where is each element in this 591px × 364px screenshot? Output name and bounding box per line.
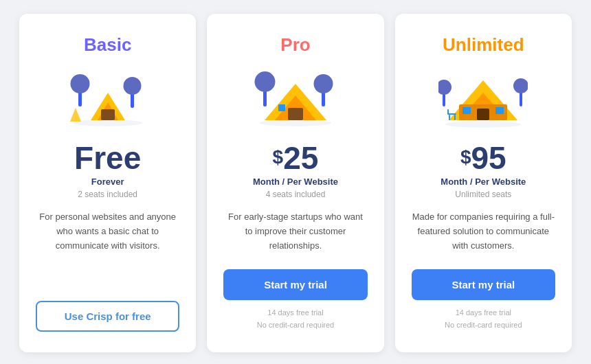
- plan-name-pro: Pro: [280, 34, 310, 56]
- svg-rect-32: [447, 109, 449, 115]
- svg-rect-5: [101, 109, 115, 120]
- svg-point-7: [123, 77, 141, 95]
- plan-description-pro: For early-stage startups who want to imp…: [223, 210, 367, 253]
- svg-rect-25: [462, 107, 471, 114]
- illustration-basic: [63, 67, 153, 128]
- plan-period-unlimited: Month / Per Website: [441, 177, 526, 187]
- svg-rect-29: [448, 113, 456, 115]
- use-crisp-free-button[interactable]: Use Crisp for free: [36, 301, 179, 332]
- svg-point-2: [70, 74, 89, 93]
- plan-description-basic: For personal websites and anyone who wan…: [36, 210, 179, 284]
- plan-seats-pro: 4 seats included: [266, 190, 326, 199]
- illustration-pro: [251, 67, 340, 128]
- trial-info-pro: 14 days free trialNo credit-card require…: [257, 307, 335, 331]
- plan-seats-basic: 2 seats included: [78, 190, 137, 199]
- pricing-card-unlimited: Unlimited $95: [395, 14, 572, 352]
- start-trial-unlimited-button[interactable]: Start my trial: [412, 269, 555, 300]
- plan-price-unlimited: $95: [460, 142, 506, 174]
- svg-point-28: [513, 78, 528, 93]
- plan-price-basic: Free: [74, 142, 141, 174]
- svg-point-9: [260, 120, 331, 126]
- svg-rect-15: [278, 104, 285, 111]
- plan-description-unlimited: Made for companies requiring a full-feat…: [412, 210, 555, 253]
- svg-point-17: [313, 74, 333, 93]
- plan-seats-unlimited: Unlimited seats: [455, 190, 511, 199]
- svg-rect-26: [495, 107, 504, 114]
- svg-point-11: [254, 71, 275, 92]
- plan-name-basic: Basic: [84, 34, 131, 56]
- start-trial-pro-button[interactable]: Start my trial: [223, 269, 367, 300]
- pricing-card-basic: Basic Free Forever 2 seats included For …: [19, 14, 196, 352]
- plan-period-pro: Month / Per Website: [253, 177, 338, 187]
- illustration-unlimited: [438, 67, 528, 128]
- svg-marker-8: [70, 108, 81, 122]
- plan-name-unlimited: Unlimited: [443, 34, 524, 56]
- svg-rect-24: [477, 109, 489, 120]
- trial-info-unlimited: 14 days free trialNo credit-card require…: [445, 307, 522, 331]
- pricing-container: Basic Free Forever 2 seats included For …: [0, 0, 591, 364]
- svg-point-0: [74, 120, 142, 126]
- pricing-card-pro: Pro $25 Month / Per Website 4 seats incl…: [207, 14, 383, 352]
- svg-rect-14: [288, 108, 303, 120]
- svg-point-20: [438, 80, 451, 95]
- plan-price-pro: $25: [273, 142, 319, 174]
- plan-period-basic: Forever: [91, 177, 124, 187]
- svg-point-18: [445, 121, 521, 128]
- svg-rect-31: [454, 115, 456, 120]
- svg-rect-30: [449, 115, 450, 120]
